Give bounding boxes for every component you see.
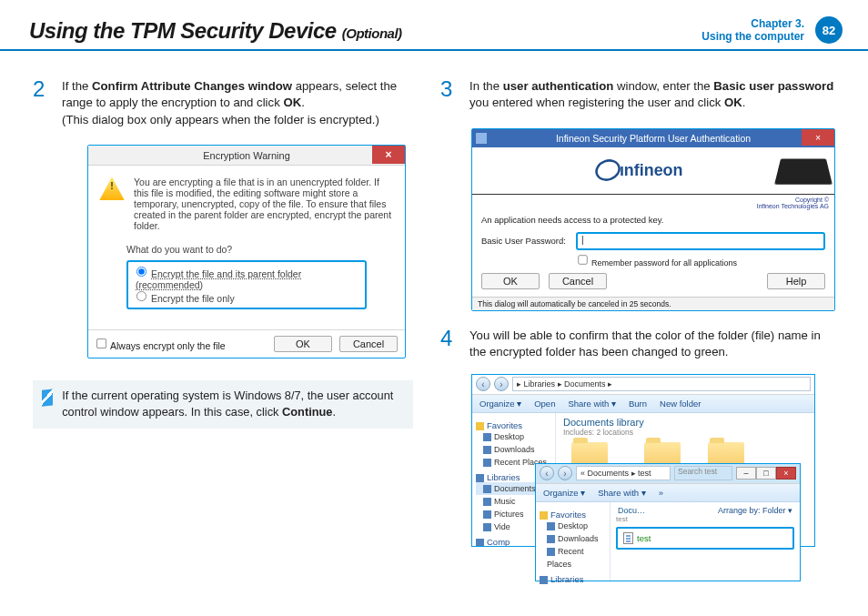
brand-banner: ınfineon [472, 147, 834, 195]
dialog-title: Infineon Security Platform User Authenti… [556, 133, 751, 144]
ok-button[interactable]: OK [481, 273, 540, 289]
chapter-label: Chapter 3. Using the computer 82 [701, 16, 843, 44]
folder-icon [483, 459, 491, 467]
copyright-text: Copyright ©Infineon Technologies AG [472, 195, 834, 211]
always-encrypt-checkbox[interactable]: Always encrypt only the file [96, 338, 226, 351]
step-text: In the user authentication window, enter… [469, 78, 839, 112]
nav-item-downloads[interactable]: Downloads [540, 532, 606, 545]
content-pane: Docu… Arrange by: Folder ▾ test test [611, 502, 800, 581]
nav-forward-icon[interactable]: › [494, 377, 509, 391]
nav-item-desktop[interactable]: Desktop [540, 520, 606, 532]
folder-icon [483, 510, 491, 519]
close-icon[interactable]: × [776, 467, 796, 480]
opt-encrypt-file-only[interactable]: Encrypt the file only [136, 290, 358, 304]
nav-favorites[interactable]: Favorites [476, 420, 551, 430]
dialog-statusbar: This dialog will automatically be cancel… [472, 297, 834, 310]
nav-forward-icon[interactable]: › [558, 466, 572, 480]
dialog-title: Encryption Warning [203, 150, 290, 161]
folder-icon [483, 446, 491, 454]
app-icon [476, 133, 487, 144]
password-label: Basic User Password: [481, 236, 569, 246]
library-header: Docu… [618, 506, 645, 515]
step-text: You will be able to confirm that the col… [469, 328, 839, 361]
cmd-organize[interactable]: Organize ▾ [543, 488, 585, 498]
nav-pane: Favorites Desktop Downloads Recent Place… [536, 502, 611, 581]
user-authentication-dialog: Infineon Security Platform User Authenti… [471, 128, 835, 311]
folder-icon [547, 548, 555, 556]
cmd-share[interactable]: Share with ▾ [568, 399, 616, 409]
nav-back-icon[interactable]: ‹ [476, 377, 490, 391]
access-message: An application needs access to a protect… [481, 215, 825, 225]
encryption-warning-dialog: Encryption Warning × You are encrypting … [87, 145, 406, 358]
command-bar: Organize ▾ Open Share with ▾ Burn New fo… [472, 395, 814, 413]
search-input[interactable]: Search test [674, 466, 732, 480]
address-bar[interactable]: « Documents ▸ test [576, 466, 671, 480]
encryption-options: Encrypt the file and its parent folder (… [126, 260, 367, 309]
nav-item-downloads[interactable]: Downloads [476, 443, 551, 456]
star-icon [476, 422, 484, 430]
infineon-logo-icon: ınfineon [595, 156, 712, 185]
arrange-value[interactable]: Folder ▾ [762, 506, 792, 515]
dialog-message: You are encrypting a file that is in an … [134, 177, 394, 231]
step-number: 2 [33, 78, 51, 128]
dialog-titlebar: Infineon Security Platform User Authenti… [472, 129, 834, 147]
password-input[interactable]: | [576, 232, 825, 250]
library-subheader: Includes: 2 locations [563, 428, 807, 437]
page-title: Using the TPM Security Device (Optional) [29, 18, 402, 44]
step-2: 2 If the Confirm Attribute Changes windo… [33, 78, 413, 128]
nav-item-recent[interactable]: Recent Places [540, 545, 606, 571]
cancel-button[interactable]: Cancel [339, 336, 398, 352]
cmd-burn[interactable]: Burn [629, 399, 647, 409]
file-test[interactable]: test [616, 527, 794, 550]
explorer-screenshots: ‹ › ▸ Libraries ▸ Documents ▸ Organize ▾… [471, 374, 839, 592]
opt-encrypt-parent[interactable]: Encrypt the file and its parent folder (… [136, 266, 358, 290]
dialog-titlebar: Encryption Warning × [88, 146, 405, 166]
folder-icon [547, 535, 555, 543]
nav-item-desktop[interactable]: Desktop [476, 430, 551, 443]
folder-icon [483, 433, 491, 441]
command-bar: Organize ▾ Share with ▾ » [536, 484, 800, 502]
cmd-more[interactable]: » [659, 488, 663, 498]
note-text: If the current operating system is Windo… [62, 388, 399, 419]
step-number: 4 [440, 328, 459, 361]
cancel-button[interactable]: Cancel [549, 273, 607, 289]
step-3: 3 In the user authentication window, ent… [440, 78, 839, 112]
chip-icon [774, 159, 833, 185]
warning-icon [99, 177, 125, 200]
folder-icon [483, 523, 491, 531]
library-icon [476, 474, 484, 482]
ok-button[interactable]: OK [274, 336, 332, 352]
cmd-new-folder[interactable]: New folder [660, 399, 701, 409]
note-icon [42, 389, 53, 407]
arrange-label: Arrange by: [718, 506, 761, 515]
svg-text:ınfineon: ınfineon [620, 161, 683, 179]
nav-favorites[interactable]: Favorites [540, 510, 606, 520]
remember-password-checkbox[interactable]: Remember password for all applications [481, 254, 825, 268]
step-4: 4 You will be able to confirm that the c… [440, 328, 839, 361]
svg-point-0 [595, 157, 622, 183]
page-number-badge: 82 [815, 16, 843, 44]
minimize-icon[interactable]: – [736, 467, 756, 480]
document-icon [623, 532, 633, 544]
folder-icon [483, 485, 491, 493]
library-subheader: test [616, 515, 794, 523]
explorer-window-test: ‹ › « Documents ▸ test Search test – □ ×… [535, 463, 801, 581]
star-icon [540, 511, 548, 520]
step-number: 3 [440, 78, 459, 112]
step-text: If the Confirm Attribute Changes window … [62, 78, 413, 128]
close-icon[interactable]: × [802, 129, 834, 146]
note-box: If the current operating system is Windo… [33, 380, 413, 429]
window-controls: – □ × [736, 467, 796, 480]
library-icon [540, 576, 548, 584]
address-bar[interactable]: ▸ Libraries ▸ Documents ▸ [512, 377, 811, 391]
cmd-share[interactable]: Share with ▾ [598, 488, 646, 498]
help-button[interactable]: Help [767, 273, 825, 289]
library-header: Documents library [563, 417, 807, 428]
cmd-open[interactable]: Open [534, 399, 555, 409]
nav-libraries[interactable]: Libraries [540, 574, 606, 584]
maximize-icon[interactable]: □ [756, 467, 776, 480]
close-icon[interactable]: × [372, 146, 405, 164]
cmd-organize[interactable]: Organize ▾ [479, 399, 521, 409]
page-header: Using the TPM Security Device (Optional)… [0, 0, 868, 51]
nav-back-icon[interactable]: ‹ [540, 466, 554, 480]
